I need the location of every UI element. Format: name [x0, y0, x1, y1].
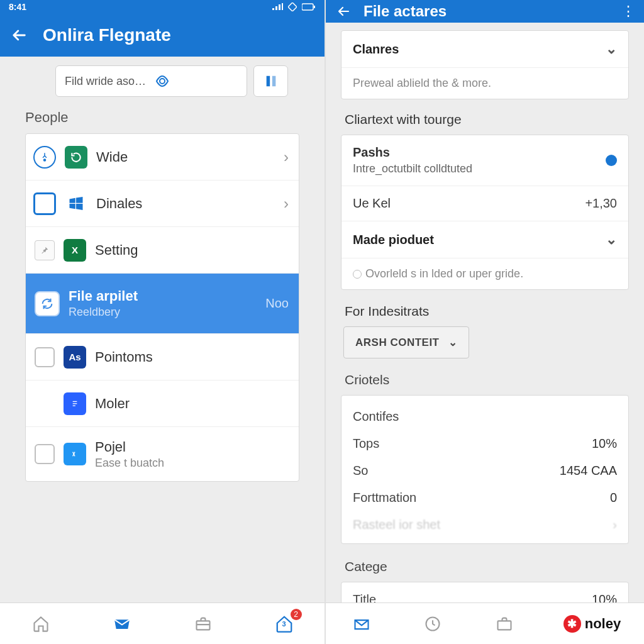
row-sub: Intre_octutbilt colldtuted	[353, 162, 472, 175]
card-catege: Title10% Porfect6,325 AB	[341, 582, 629, 602]
chevron-down-icon: ⌄	[606, 231, 617, 248]
dropdown-arsh[interactable]: ARSH CONTEIT ⌄	[343, 326, 469, 358]
bottom-nav-left: 3 2	[0, 602, 325, 644]
chevron-down-icon: ⌄	[606, 41, 617, 57]
kv-key: So	[353, 464, 368, 478]
nav-inbox[interactable]	[109, 611, 135, 636]
row-title: Pashs	[353, 145, 472, 160]
kv-key: Forttmation	[353, 491, 416, 505]
list-item-badge: Noo	[265, 296, 289, 311]
app-as-icon: As	[64, 346, 86, 369]
timeline-marker-icon	[33, 192, 56, 215]
brand-icon: ✱	[564, 615, 581, 633]
svg-rect-9	[73, 405, 75, 406]
search-row: Fild wride ason conneil..	[0, 57, 325, 106]
chevron-down-icon: ⌄	[448, 336, 458, 349]
list-item[interactable]: X Setting	[26, 227, 299, 274]
left-pane: 8:41 Onlira Flegnate Fild wride ason con…	[0, 0, 326, 644]
list-item[interactable]: As Pointoms	[26, 334, 299, 380]
nav-mail[interactable]	[349, 611, 374, 636]
svg-rect-0	[302, 4, 313, 10]
section-catege: Catege	[341, 554, 629, 582]
svg-rect-11	[196, 621, 209, 630]
svg-rect-8	[73, 403, 77, 404]
list-item[interactable]: Wide ›	[26, 134, 299, 180]
list-item-label: Pointoms	[95, 349, 289, 365]
nav-inner-badge: 3	[282, 620, 286, 628]
nav-clock[interactable]	[420, 611, 445, 636]
sheet-icon	[64, 443, 86, 465]
card-title: Clanres	[353, 42, 399, 57]
nav-briefcase[interactable]	[191, 611, 216, 636]
right-pane: File actares ⋮ Clanres ⌄ Preweal ablield…	[326, 0, 644, 644]
doc-icon	[64, 392, 86, 415]
kv-key: Title	[353, 592, 376, 602]
list-item-label: Pojel	[95, 439, 289, 455]
svg-rect-10	[71, 450, 79, 459]
list-item-label: Wide	[96, 149, 275, 165]
excel-icon: X	[64, 239, 86, 262]
nav-home[interactable]	[28, 611, 53, 636]
sync-icon	[35, 291, 60, 316]
list-item-label: File arpilet	[69, 288, 257, 304]
svg-rect-13	[498, 621, 511, 630]
status-diamond-icon	[288, 3, 297, 11]
svg-rect-3	[266, 76, 270, 87]
row-title: Made pioduet	[353, 233, 434, 247]
search-input[interactable]: Fild wride ason conneil..	[55, 65, 247, 97]
expand-row[interactable]: Made pioduet ⌄	[341, 221, 628, 258]
svg-rect-1	[314, 6, 315, 8]
section-criotels: Criotels	[341, 358, 629, 395]
list-item-label: Dinales	[96, 196, 275, 212]
row-value: +1,30	[585, 196, 617, 211]
info-icon	[353, 270, 362, 279]
dropdown-label: ARSH CONTEIT	[355, 336, 440, 349]
checkbox-icon[interactable]	[35, 347, 55, 367]
back-arrow-icon[interactable]	[10, 26, 28, 44]
row-key: Ue Kel	[353, 196, 391, 211]
eye-icon	[155, 74, 238, 89]
search-placeholder: Fild wride ason conneil..	[65, 75, 148, 88]
list-item[interactable]: Moler	[26, 380, 299, 427]
card-hint: Preweal ablield the & more.	[341, 68, 628, 99]
list-item[interactable]: Pojel Ease t buatch	[26, 427, 299, 481]
nav-briefcase[interactable]	[492, 611, 517, 636]
section-people: People	[0, 106, 325, 133]
section-cliartext: Cliartext with tourge	[341, 109, 629, 135]
radio-row[interactable]: Pashs Intre_octutbilt colldtuted	[341, 135, 628, 186]
section-indesitrats: For Indesitrats	[341, 300, 629, 326]
brand-noley[interactable]: ✱ noley	[564, 615, 621, 633]
people-list: Wide › Dinales › X Setting File arpilet	[25, 133, 299, 482]
timeline-marker-icon	[33, 146, 56, 169]
more-icon[interactable]: ⋮	[621, 3, 634, 19]
windows-icon	[65, 192, 87, 215]
refresh-icon	[65, 146, 87, 169]
list-item-sub: Reeldbery	[69, 306, 257, 319]
notification-badge: 2	[291, 609, 302, 620]
list-item-selected[interactable]: File arpilet Reeldbery Noo	[26, 274, 299, 334]
brand-label: noley	[585, 616, 621, 632]
expand-row[interactable]: Clanres ⌄	[341, 31, 628, 68]
toggle-button[interactable]	[253, 65, 288, 97]
card-criotels: Contifes Tops10% So1454 CAA Forttmation0…	[341, 395, 629, 544]
signal-icon	[272, 3, 283, 11]
page-title: Onlira Flegnate	[43, 25, 171, 45]
list-item-label: Moler	[95, 396, 289, 412]
kv-value: 10%	[592, 436, 617, 451]
svg-point-5	[43, 158, 47, 162]
kv-value: 1454 CAA	[560, 464, 617, 478]
nav-home-badge[interactable]: 3 2	[272, 611, 297, 636]
status-time: 8:41	[9, 2, 26, 12]
battery-icon	[302, 3, 316, 11]
criotels-heading: Contifes	[353, 409, 399, 424]
list-item[interactable]: Dinales ›	[26, 180, 299, 227]
checkbox-icon[interactable]	[35, 444, 55, 464]
chevron-right-icon: ›	[284, 195, 289, 213]
card-clanres: Clanres ⌄ Preweal ablield the & more.	[341, 30, 629, 99]
list-item-label: Setting	[95, 242, 289, 258]
card-hint: Ovorleld s in lded or uper gride.	[341, 258, 628, 289]
svg-rect-4	[272, 76, 275, 87]
back-arrow-icon[interactable]	[336, 4, 351, 19]
radio-selected-icon[interactable]	[606, 155, 617, 166]
value-row[interactable]: Ue Kel +1,30	[341, 186, 628, 221]
